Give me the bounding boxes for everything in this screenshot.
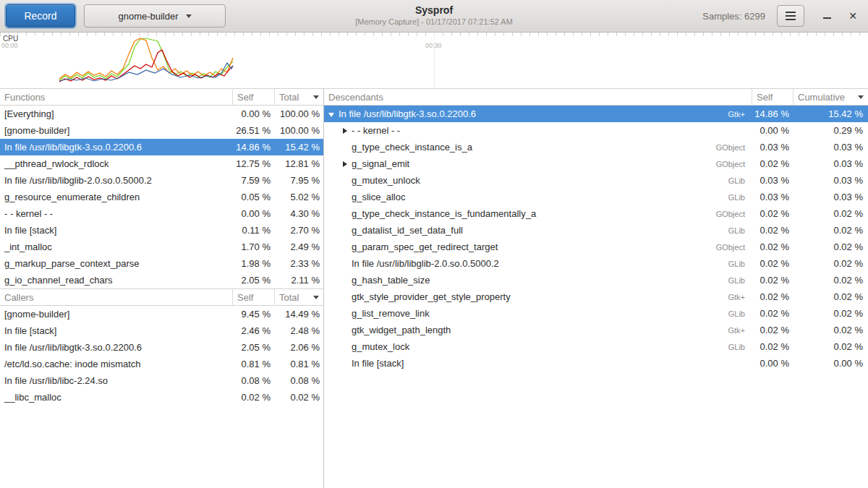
functions-self-column-header[interactable]: Self — [233, 89, 275, 105]
tree-row[interactable]: g_param_spec_get_redirect_targetGObject0… — [324, 239, 868, 255]
cpu-line-orange — [59, 38, 233, 79]
cumulative-value: 0.02 % — [793, 291, 868, 302]
tree-row[interactable]: g_type_check_instance_is_aGObject0.03 %0… — [324, 139, 868, 155]
callers-column-header[interactable]: Callers — [0, 289, 233, 305]
table-row[interactable]: In file [stack]2.46 %2.48 % — [0, 322, 323, 339]
function-name: g_param_spec_get_redirect_target — [352, 241, 498, 252]
table-row[interactable]: In file /usr/lib/libglib-2.0.so.0.5000.2… — [0, 172, 323, 189]
self-value: 0.02 % — [752, 225, 793, 236]
cpu-graph-area[interactable]: CPU 00:00 00:30 — [0, 33, 868, 88]
process-selector-dropdown[interactable]: gnome-builder — [84, 4, 226, 27]
tree-row[interactable]: - - kernel - -0.00 %0.29 % — [324, 122, 868, 139]
self-value: 0.03 % — [752, 192, 793, 202]
total-value: 0.02 % — [275, 392, 323, 403]
table-row[interactable]: _int_malloc1.70 %2.49 % — [0, 239, 323, 255]
expander-closed-icon[interactable] — [341, 160, 349, 168]
table-row[interactable]: In file /usr/lib/libc-2.24.so0.08 %0.08 … — [0, 372, 323, 389]
sort-indicator-icon — [313, 296, 319, 299]
function-name: g_mutex_unlock — [352, 175, 420, 186]
minimize-icon — [823, 17, 831, 19]
self-value: 0.02 % — [752, 291, 793, 302]
close-button[interactable]: ✕ — [843, 7, 862, 25]
function-name: g_hash_table_size — [352, 275, 430, 286]
callers-self-column-header[interactable]: Self — [233, 289, 275, 305]
table-row[interactable]: [Everything]0.00 %100.00 % — [0, 106, 323, 122]
tree-row[interactable]: gtk_style_provider_get_style_propertyGtk… — [324, 288, 868, 305]
tree-row[interactable]: In file /usr/lib/libglib-2.0.so.0.5000.2… — [324, 255, 868, 272]
expander-open-icon[interactable] — [328, 111, 336, 118]
tree-row[interactable]: g_datalist_id_set_data_fullGLib0.02 %0.0… — [324, 222, 868, 239]
table-row[interactable]: g_markup_parse_context_parse1.98 %2.33 % — [0, 255, 323, 272]
cumulative-value: 0.02 % — [793, 325, 868, 335]
library-badge: GLib — [723, 193, 752, 202]
expander-spacer — [341, 360, 349, 367]
cumulative-value: 15.42 % — [793, 108, 868, 119]
expander-spacer — [341, 310, 349, 317]
table-row[interactable]: __pthread_rwlock_rdlock12.75 %12.81 % — [0, 155, 323, 172]
self-value: 14.86 % — [233, 142, 275, 153]
function-name: __pthread_rwlock_rdlock — [0, 158, 233, 169]
total-value: 2.49 % — [275, 241, 323, 252]
table-row[interactable]: [gnome-builder]26.51 %100.00 % — [0, 122, 323, 139]
library-badge: GLib — [723, 176, 752, 185]
table-row[interactable]: __libc_malloc0.02 %0.02 % — [0, 389, 323, 406]
table-row[interactable]: g_resource_enumerate_children0.05 %5.02 … — [0, 189, 323, 205]
functions-column-header[interactable]: Functions — [0, 89, 233, 105]
function-name: __libc_malloc — [0, 392, 233, 403]
minimize-button[interactable] — [817, 7, 836, 25]
tree-row[interactable]: g_signal_emitGObject0.02 %0.03 % — [324, 155, 868, 172]
table-row[interactable]: In file /usr/lib/libgtk-3.so.0.2200.614.… — [0, 139, 323, 155]
function-name: In file /usr/lib/libgtk-3.so.0.2200.6 — [0, 142, 233, 153]
tree-row[interactable]: g_slice_allocGLib0.03 %0.03 % — [324, 189, 868, 205]
expander-closed-icon[interactable] — [341, 127, 349, 134]
self-value: 0.00 % — [752, 125, 793, 136]
descendants-self-column-header[interactable]: Self — [752, 89, 793, 105]
table-row[interactable]: In file [stack]0.11 %2.70 % — [0, 222, 323, 239]
descendants-column-header[interactable]: Descendants — [324, 89, 752, 105]
callers-total-column-header[interactable]: Total — [275, 289, 323, 305]
descendants-cumulative-column-header[interactable]: Cumulative — [793, 89, 868, 105]
table-row[interactable]: In file /usr/lib/libgtk-3.so.0.2200.62.0… — [0, 339, 323, 356]
menu-button[interactable] — [777, 5, 804, 27]
self-value: 2.46 % — [233, 325, 275, 336]
self-value: 0.00 % — [233, 208, 275, 219]
tree-row[interactable]: gtk_widget_path_lengthGtk+0.02 %0.02 % — [324, 322, 868, 338]
total-value: 12.81 % — [275, 158, 323, 169]
cumulative-value: 0.02 % — [793, 341, 868, 352]
function-name: [gnome-builder] — [0, 125, 233, 136]
process-selector-label: gnome-builder — [118, 11, 178, 22]
function-name: g_markup_parse_context_parse — [0, 258, 233, 269]
functions-table: [Everything]0.00 %100.00 %[gnome-builder… — [0, 106, 323, 288]
library-badge: Gtk+ — [722, 293, 752, 301]
cumulative-value: 0.02 % — [793, 225, 868, 236]
descendants-cumulative-label: Cumulative — [798, 92, 845, 103]
tree-row[interactable]: g_hash_table_sizeGLib0.02 %0.02 % — [324, 272, 868, 288]
cpu-line-blue — [59, 63, 233, 81]
table-row[interactable]: /etc/ld.so.cache: inode mismatch0.81 %0.… — [0, 356, 323, 372]
function-name: g_signal_emit — [352, 158, 409, 169]
tree-row[interactable]: g_mutex_unlockGLib0.03 %0.03 % — [324, 172, 868, 189]
table-row[interactable]: g_io_channel_read_chars2.05 %2.11 % — [0, 272, 323, 288]
close-icon: ✕ — [848, 10, 857, 22]
tree-row[interactable]: In file /usr/lib/libgtk-3.so.0.2200.6Gtk… — [324, 106, 868, 122]
functions-total-column-header[interactable]: Total — [275, 89, 323, 105]
record-button[interactable]: Record — [6, 4, 75, 27]
total-value: 14.49 % — [275, 309, 323, 320]
self-value: 0.81 % — [233, 359, 275, 369]
tree-row[interactable]: g_mutex_lockGLib0.02 %0.02 % — [324, 338, 868, 355]
expander-spacer — [341, 227, 349, 234]
sort-indicator-icon — [313, 95, 319, 99]
tree-row[interactable]: g_list_remove_linkGLib0.02 %0.02 % — [324, 305, 868, 322]
self-value: 0.11 % — [233, 225, 275, 236]
expander-spacer — [341, 294, 349, 301]
self-value: 9.45 % — [233, 309, 275, 320]
self-value: 1.98 % — [233, 258, 275, 269]
cumulative-value: 0.02 % — [793, 308, 868, 319]
expander-spacer — [341, 144, 349, 151]
tree-row[interactable]: In file [stack]0.00 %0.00 % — [324, 355, 868, 372]
expander-spacer — [341, 210, 349, 218]
table-row[interactable]: [gnome-builder]9.45 %14.49 % — [0, 306, 323, 322]
tree-row[interactable]: g_type_check_instance_is_fundamentally_a… — [324, 205, 868, 222]
table-row[interactable]: - - kernel - -0.00 %4.30 % — [0, 205, 323, 222]
functions-total-label: Total — [279, 92, 299, 103]
